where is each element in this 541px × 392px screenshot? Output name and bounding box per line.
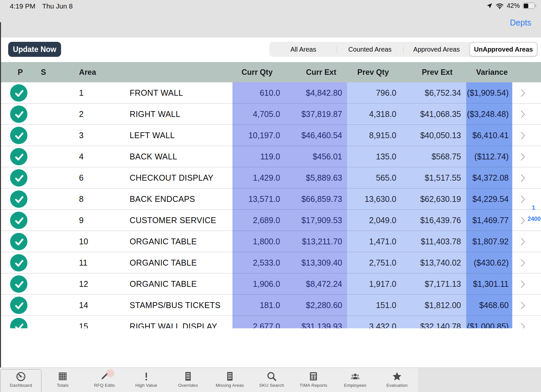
s-cell (33, 125, 59, 146)
row-disclosure[interactable] (512, 316, 541, 328)
row-disclosure[interactable] (512, 273, 541, 295)
tab-label: Missing Areas (216, 383, 244, 388)
approved-check-icon (10, 275, 27, 293)
table-row[interactable]: 11 ORGANIC TABLE 2,533.0 $13,309.40 2,75… (0, 252, 541, 273)
status-bar: 4:19 PM Thu Jun 8 42% Depts (0, 0, 541, 38)
prev-ext-value: $41,068.35 (405, 104, 466, 125)
depts-link[interactable]: Depts (510, 18, 531, 27)
tab-item[interactable]: Missing Areas (209, 368, 251, 392)
variance-value: $4,372.08 (466, 167, 512, 188)
approved-check-icon (10, 297, 27, 314)
table-row[interactable]: 2 RIGHT WALL 4,705.0 $37,819.87 4,318.0 … (0, 104, 541, 125)
tab-label: Overrides (178, 383, 198, 388)
curr-ext-value: $8,472.24 (291, 273, 347, 295)
row-disclosure[interactable] (512, 295, 541, 316)
area-number: 14 (59, 295, 111, 316)
screen: 4:19 PM Thu Jun 8 42% Depts Update Now A… (0, 0, 541, 392)
table-row[interactable]: 6 CHECKOUT DISPLAY 1,429.0 $5,889.63 565… (0, 167, 541, 188)
variance-value: $4,229.54 (466, 188, 512, 210)
curr-ext-value: $46,460.54 (291, 125, 347, 146)
prev-qty-value: 1,471.0 (347, 231, 405, 252)
approved-cell (0, 316, 33, 328)
row-disclosure[interactable] (512, 252, 541, 273)
tab-item[interactable]: RFQ Edits (84, 368, 125, 392)
row-disclosure[interactable] (512, 188, 541, 210)
table-row[interactable]: 1 FRONT WALL 610.0 $4,842.80 796.0 $6,75… (0, 82, 541, 104)
header-area: Area (59, 62, 111, 82)
row-disclosure[interactable] (512, 82, 541, 104)
exclamation-icon (141, 371, 151, 382)
approved-check-icon (10, 127, 27, 144)
segment-label: UnApproved Areas (474, 46, 533, 53)
curr-qty-value: 1,800.0 (232, 231, 291, 252)
table-row[interactable]: 8 BACK ENDCAPS 13,571.0 $66,859.73 13,63… (0, 188, 541, 210)
side-overlay-bottom: 2400 (528, 216, 541, 222)
table-row[interactable]: 3 LEFT WALL 10,197.0 $46,460.54 8,915.0 … (0, 125, 541, 146)
tab-item[interactable]: Totals (42, 368, 84, 392)
update-now-button[interactable]: Update Now (8, 42, 61, 57)
table-row[interactable]: 14 STAMPS/BUS TICKETS 181.0 $2,280.60 15… (0, 295, 541, 316)
prev-ext-value: $1,812.00 (405, 295, 466, 316)
segment-option[interactable]: UnApproved Areas (470, 42, 537, 56)
variance-value: ($112.74) (466, 146, 512, 167)
row-disclosure[interactable] (512, 104, 541, 125)
prev-ext-value: $32,140.78 (405, 316, 466, 328)
search-icon (266, 371, 277, 382)
s-cell (33, 146, 59, 167)
tab-label: RFQ Edits (94, 383, 115, 388)
table-row[interactable]: 10 ORGANIC TABLE 1,800.0 $13,211.70 1,47… (0, 231, 541, 252)
row-disclosure[interactable] (512, 231, 541, 252)
chevron-right-icon (521, 216, 525, 225)
prev-ext-value: $13,740.02 (405, 252, 466, 273)
tab-item[interactable]: Employees (334, 368, 376, 392)
curr-qty-value: 610.0 (232, 82, 291, 104)
tab-item[interactable]: Evaluation (376, 368, 418, 392)
people-icon (350, 371, 361, 382)
segment-option[interactable]: Counted Areas (337, 42, 403, 56)
prev-qty-value: 2,049.0 (347, 210, 405, 231)
status-time: 4:19 PM (10, 2, 35, 10)
table-row[interactable]: 4 BACK WALL 119.0 $456.01 135.0 $568.75 … (0, 146, 541, 167)
segment-option[interactable]: All Areas (270, 42, 337, 56)
curr-ext-value: $37,819.87 (291, 104, 347, 125)
curr-qty-value: 181.0 (232, 295, 291, 316)
segment-option[interactable]: Approved Areas (403, 42, 470, 56)
tab-item[interactable]: Overrides (167, 368, 209, 392)
s-cell (33, 252, 59, 273)
left-edge-divider (0, 22, 1, 368)
s-cell (33, 188, 59, 210)
chevron-right-icon (521, 89, 525, 97)
header-prev-qty: Prev Qty (347, 62, 405, 82)
approved-cell (0, 252, 33, 273)
tab-item[interactable]: High Value (125, 368, 167, 392)
approved-cell (0, 273, 33, 295)
chevron-right-icon (521, 174, 525, 182)
row-disclosure[interactable] (512, 125, 541, 146)
tab-item[interactable]: SKU Search (251, 368, 293, 392)
chevron-right-icon (521, 153, 525, 161)
gauge-icon (16, 371, 26, 382)
s-cell (33, 167, 59, 188)
area-name: RIGHT WALL (111, 104, 232, 125)
approved-cell (0, 104, 33, 125)
approved-check-icon (10, 254, 27, 271)
prev-ext-value: $62,630.19 (405, 188, 466, 210)
area-name: CUSTOMER SERVICE (111, 210, 232, 231)
prev-qty-value: 151.0 (347, 295, 405, 316)
area-name: ORGANIC TABLE (111, 252, 232, 273)
curr-ext-value: $5,889.63 (291, 167, 347, 188)
area-name: BACK WALL (111, 146, 232, 167)
table-row[interactable]: 12 ORGANIC TABLE 1,906.0 $8,472.24 1,917… (0, 273, 541, 295)
table-row[interactable]: 15 RIGHT WALL DISPLAY 2,677.0 $31,139.93… (0, 316, 541, 328)
row-disclosure[interactable] (512, 167, 541, 188)
chevron-right-icon (521, 131, 525, 140)
curr-ext-value: $13,309.40 (291, 252, 347, 273)
area-number: 2 (59, 104, 111, 125)
tab-item[interactable]: Dashboard (0, 368, 42, 392)
tab-label: Employees (344, 383, 367, 388)
row-disclosure[interactable] (512, 146, 541, 167)
table-row[interactable]: 9 CUSTOMER SERVICE 2,689.0 $17,909.53 2,… (0, 210, 541, 231)
table-header: P S Area Curr Qty Curr Ext Prev Qty Prev… (0, 62, 541, 82)
tab-item[interactable]: TIMA Reports (293, 368, 334, 392)
header-variance: Variance (466, 62, 512, 82)
